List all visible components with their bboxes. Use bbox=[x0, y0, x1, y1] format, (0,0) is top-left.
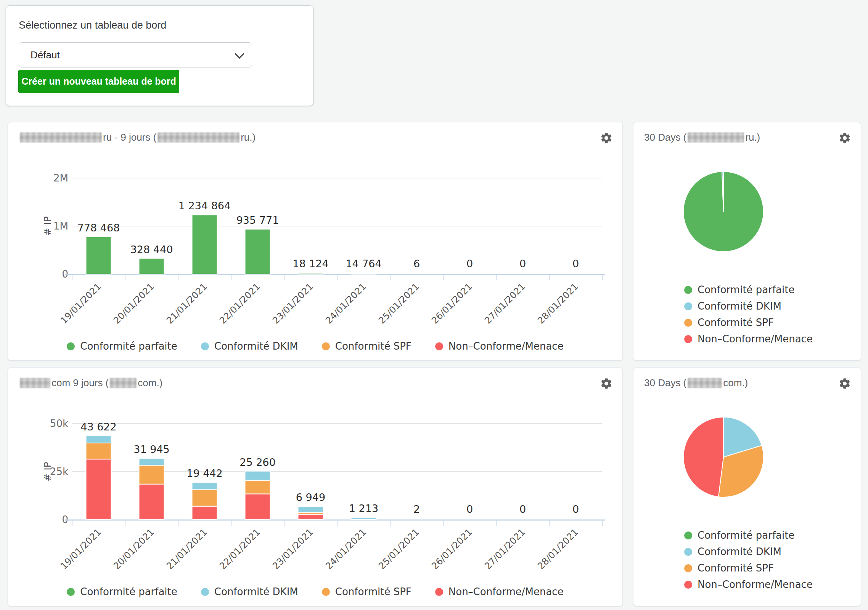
svg-text:# IP: # IP bbox=[42, 462, 53, 481]
dashboard-selector-panel: Sélectionnez un tableau de bord Défaut C… bbox=[6, 5, 313, 106]
redacted-text bbox=[688, 378, 722, 388]
settings-gear-button[interactable] bbox=[599, 376, 614, 392]
pie-card-30-days-ru: 30 Days (ru.) Conformité parfaiteConform… bbox=[633, 122, 861, 361]
chart-legend: Conformité parfaiteConformité DKIMConfor… bbox=[684, 530, 813, 590]
svg-text:28/01/2021: 28/01/2021 bbox=[535, 281, 580, 326]
legend-dot-icon bbox=[684, 319, 692, 327]
legend-item[interactable]: Conformité DKIM bbox=[684, 546, 813, 557]
legend-dot-icon bbox=[435, 588, 443, 596]
svg-text:6 949: 6 949 bbox=[296, 491, 325, 503]
redacted-text bbox=[110, 378, 137, 388]
legend-item[interactable]: Conformité SPF bbox=[684, 562, 813, 574]
legend-dot-icon bbox=[201, 588, 209, 596]
dashboard-select[interactable]: Défaut bbox=[19, 42, 252, 67]
svg-text:0: 0 bbox=[519, 503, 526, 515]
legend-label: Non–Conforme/Menace bbox=[448, 340, 564, 352]
dashboard-selector-label: Sélectionnez un tableau de bord bbox=[19, 19, 166, 31]
svg-text:1 234 864: 1 234 864 bbox=[178, 200, 231, 212]
legend-item[interactable]: Conformité SPF bbox=[322, 340, 411, 352]
card-title-text: ru.) bbox=[241, 132, 256, 143]
svg-text:20/01/2021: 20/01/2021 bbox=[111, 527, 156, 571]
legend-dot-icon bbox=[684, 581, 692, 589]
svg-text:0: 0 bbox=[466, 503, 473, 515]
card-title-text: com 9 jours ( bbox=[51, 377, 109, 388]
legend-dot-icon bbox=[67, 588, 75, 596]
card-title-text: ru - 9 jours ( bbox=[103, 132, 156, 143]
svg-text:14 764: 14 764 bbox=[346, 258, 381, 270]
legend-item[interactable]: Non–Conforme/Menace bbox=[684, 333, 813, 345]
svg-text:26/01/2021: 26/01/2021 bbox=[429, 527, 474, 571]
bar-chart-com[interactable]: 025k50k# IP43 62219/01/202131 94520/01/2… bbox=[16, 397, 612, 592]
legend-dot-icon bbox=[322, 588, 330, 596]
svg-text:23/01/2021: 23/01/2021 bbox=[270, 281, 315, 326]
pie-chart-com[interactable] bbox=[633, 397, 842, 513]
svg-text:25/01/2021: 25/01/2021 bbox=[376, 281, 421, 326]
svg-text:25 260: 25 260 bbox=[240, 456, 275, 468]
legend-item[interactable]: Conformité parfaite bbox=[67, 586, 177, 597]
svg-text:778 468: 778 468 bbox=[77, 222, 120, 234]
legend-dot-icon bbox=[684, 286, 692, 294]
svg-text:25/01/2021: 25/01/2021 bbox=[376, 527, 421, 571]
redacted-text bbox=[158, 132, 240, 143]
svg-text:0: 0 bbox=[466, 258, 473, 270]
legend-dot-icon bbox=[684, 564, 692, 572]
redacted-text bbox=[688, 132, 744, 143]
legend-item[interactable]: Conformité parfaite bbox=[67, 340, 177, 352]
legend-item[interactable]: Conformité parfaite bbox=[684, 284, 813, 295]
gear-icon bbox=[838, 132, 851, 144]
card-title-text: com.) bbox=[723, 377, 748, 388]
legend-dot-icon bbox=[684, 548, 692, 556]
svg-text:18 124: 18 124 bbox=[293, 258, 328, 270]
legend-label: Conformité SPF bbox=[698, 317, 774, 328]
legend-label: Non–Conforme/Menace bbox=[698, 333, 813, 345]
legend-item[interactable]: Non–Conforme/Menace bbox=[435, 586, 564, 597]
legend-item[interactable]: Conformité DKIM bbox=[201, 340, 298, 352]
svg-text:22/01/2021: 22/01/2021 bbox=[217, 527, 262, 571]
card-title-text: ru.) bbox=[745, 132, 760, 143]
legend-label: Conformité SPF bbox=[335, 340, 411, 352]
redacted-text bbox=[20, 132, 102, 143]
svg-text:21/01/2021: 21/01/2021 bbox=[164, 281, 209, 326]
svg-text:26/01/2021: 26/01/2021 bbox=[429, 281, 474, 326]
create-dashboard-button[interactable]: Créer un nouveau tableau de bord bbox=[18, 70, 179, 93]
svg-text:0: 0 bbox=[519, 258, 526, 270]
legend-dot-icon bbox=[67, 342, 75, 350]
legend-label: Conformité parfaite bbox=[698, 530, 794, 541]
pie-chart-ru[interactable] bbox=[633, 151, 842, 267]
legend-dot-icon bbox=[322, 342, 330, 350]
legend-label: Non–Conforme/Menace bbox=[448, 586, 564, 597]
legend-label: Conformité DKIM bbox=[214, 340, 298, 352]
svg-text:28/01/2021: 28/01/2021 bbox=[535, 527, 580, 571]
legend-label: Conformité DKIM bbox=[698, 546, 781, 557]
legend-item[interactable]: Conformité SPF bbox=[322, 586, 411, 597]
legend-item[interactable]: Conformité DKIM bbox=[201, 586, 298, 597]
legend-label: Conformité DKIM bbox=[698, 300, 781, 312]
legend-item[interactable]: Non–Conforme/Menace bbox=[435, 340, 564, 352]
settings-gear-button[interactable] bbox=[837, 376, 852, 392]
svg-text:328 440: 328 440 bbox=[130, 244, 173, 255]
settings-gear-button[interactable] bbox=[599, 131, 614, 146]
svg-text:19/01/2021: 19/01/2021 bbox=[58, 527, 103, 571]
legend-item[interactable]: Conformité parfaite bbox=[684, 530, 813, 541]
svg-text:27/01/2021: 27/01/2021 bbox=[482, 527, 527, 571]
chart-legend: Conformité parfaiteConformité DKIMConfor… bbox=[684, 284, 813, 345]
svg-text:2: 2 bbox=[413, 503, 420, 515]
gear-icon bbox=[838, 377, 851, 390]
card-title-text: 30 Days ( bbox=[644, 377, 686, 388]
legend-item[interactable]: Non–Conforme/Menace bbox=[684, 579, 813, 590]
bar-chart-ru[interactable]: 01M2M# IP778 46819/01/2021328 44020/01/2… bbox=[16, 151, 612, 347]
legend-item[interactable]: Conformité SPF bbox=[684, 317, 813, 328]
legend-dot-icon bbox=[684, 335, 692, 343]
settings-gear-button[interactable] bbox=[837, 131, 852, 146]
card-title-text: com.) bbox=[138, 377, 162, 388]
redacted-text bbox=[20, 378, 50, 388]
svg-text:19 442: 19 442 bbox=[186, 467, 222, 479]
legend-item[interactable]: Conformité DKIM bbox=[684, 300, 813, 312]
legend-label: Non–Conforme/Menace bbox=[698, 579, 813, 590]
svg-text:43 622: 43 622 bbox=[80, 421, 116, 433]
svg-text:2M: 2M bbox=[53, 172, 68, 184]
svg-text:24/01/2021: 24/01/2021 bbox=[323, 281, 368, 326]
legend-dot-icon bbox=[435, 342, 443, 350]
dashboard-select-value: Défaut bbox=[31, 49, 235, 61]
legend-label: Conformité SPF bbox=[698, 562, 774, 574]
